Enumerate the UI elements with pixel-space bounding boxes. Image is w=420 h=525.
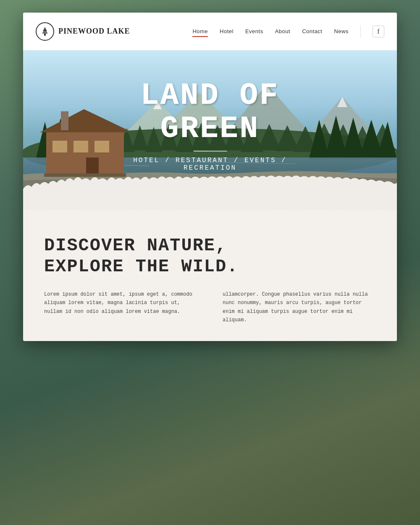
svg-rect-51	[52, 141, 67, 152]
content-col-2: ullamcorper. Congue phasellus varius nul…	[223, 290, 376, 325]
hero-content: Land of Green Hotel / Restaurant / Event…	[117, 79, 304, 172]
hero-section: Land of Green Hotel / Restaurant / Event…	[23, 50, 397, 210]
browser-window: Pinewood Lake Home Hotel Events About Co…	[23, 13, 397, 341]
content-columns: Lorem ipsum dolor sit amet, ipsum eget a…	[44, 290, 376, 325]
nav-about[interactable]: About	[275, 28, 290, 34]
content-section: Discover Nature, Explore the Wild. Lorem…	[23, 210, 397, 341]
svg-rect-54	[86, 158, 99, 174]
nav-contact[interactable]: Contact	[302, 28, 322, 34]
hero-subtitle: Hotel / Restaurant / Events / Recreation	[117, 157, 304, 172]
logo-area: Pinewood Lake	[36, 22, 130, 41]
svg-rect-55	[44, 173, 126, 177]
site-name: Pinewood Lake	[58, 27, 130, 36]
nav-divider	[360, 25, 361, 38]
nav-events[interactable]: Events	[245, 28, 263, 34]
svg-rect-50	[61, 111, 68, 130]
section-title: Discover Nature, Explore the Wild.	[44, 235, 376, 278]
content-text-2: ullamcorper. Congue phasellus varius nul…	[223, 290, 376, 325]
content-col-1: Lorem ipsum dolor sit amet, ipsum eget a…	[44, 290, 197, 325]
logo-icon	[36, 22, 54, 41]
content-text-1: Lorem ipsum dolor sit amet, ipsum eget a…	[44, 290, 197, 316]
nav-news[interactable]: News	[334, 28, 349, 34]
svg-rect-2	[44, 34, 46, 36]
svg-rect-52	[74, 141, 88, 152]
nav-hotel[interactable]: Hotel	[220, 28, 234, 34]
svg-rect-53	[94, 141, 109, 152]
facebook-icon[interactable]: f	[373, 26, 384, 37]
site-header: Pinewood Lake Home Hotel Events About Co…	[23, 13, 397, 50]
main-nav: Home Hotel Events About Contact News f	[192, 25, 384, 38]
hero-divider	[193, 151, 227, 152]
nav-home[interactable]: Home	[192, 28, 208, 34]
hero-title: Land of Green	[117, 79, 304, 146]
